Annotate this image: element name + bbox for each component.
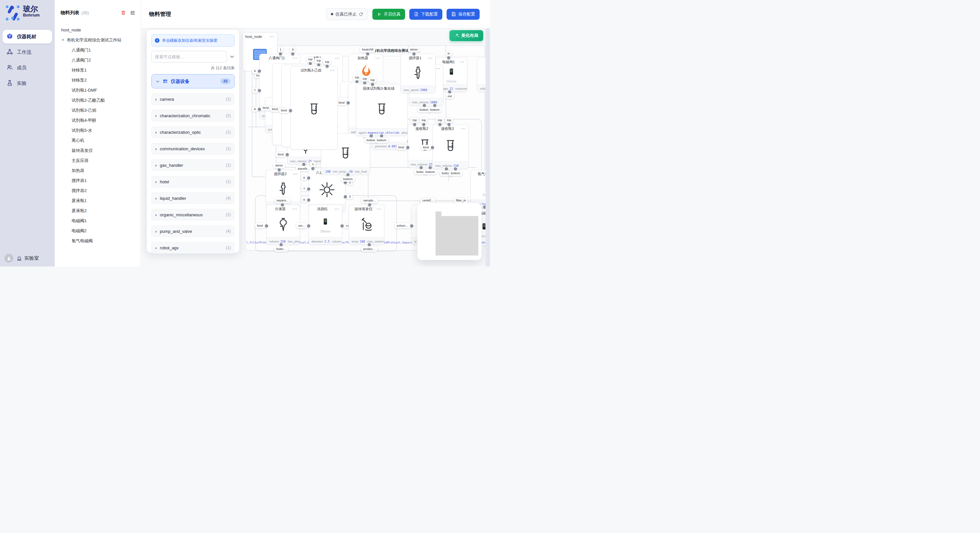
node-port-in[interactable]: in› [445,51,452,60]
tree-item[interactable]: 试剂瓶2-乙酸乙酯 [55,95,141,105]
node-menu-icon[interactable]: ••• [293,172,298,176]
collapse-panel-icon[interactable] [130,10,135,16]
canvas-node-solid-bottle-3[interactable]: 固体试剂瓶3-氯化镁•••agent: magnesium_chlorideph… [356,84,408,136]
tree-item[interactable]: 离心机 [55,135,141,145]
start-simulation-button[interactable]: 开启仿真 [372,9,405,20]
tree-item[interactable]: 八通阀门1 [55,45,141,55]
node-port-bottom[interactable]: ›bottom [341,173,355,182]
node-port-top[interactable]: top› [323,59,331,68]
node-port-top[interactable]: top› [306,57,314,65]
node-port-8[interactable]: 8› [252,106,261,112]
tree-item-root[interactable]: host_node [55,25,141,35]
tree-item[interactable]: 电磁阀1 [55,216,141,226]
node-menu-icon[interactable]: ••• [377,207,382,211]
sidebar-item-workflow[interactable]: 工作流 [3,45,52,59]
sidebar-item-members[interactable]: 成员 [3,61,52,75]
tree-item[interactable]: 试剂瓶1-DMF [55,85,141,95]
node-port-bottom[interactable]: ›bottom [449,167,462,176]
simulation-status-pill[interactable]: 仿真已停止 [326,8,368,20]
palette-category-robot_agv[interactable]: ›robot_agv(1) [151,242,235,254]
node-port-bottom[interactable]: ›bottom [428,104,441,113]
node-port-bottom[interactable]: ›bottom [375,134,388,143]
node-port-bind[interactable]: bind› [279,108,292,113]
palette-category-characterization_optic[interactable]: ›characterization_optic(1) [151,126,235,138]
node-port-produc[interactable]: ›produc... [361,243,377,252]
node-port-separa[interactable]: separa...› [275,198,290,206]
tree-item[interactable]: 真空泵 [55,246,141,248]
refresh-icon[interactable] [359,12,363,16]
node-menu-icon[interactable]: ••• [460,60,465,64]
template-search-input[interactable] [151,51,227,62]
palette-category-gas_handler[interactable]: ›gas_handler(1) [151,159,235,171]
palette-category-hotel[interactable]: ›hotel(1) [151,176,235,187]
node-port-top[interactable]: top› [420,117,428,126]
tree-item[interactable]: 试剂瓶5-水 [55,125,141,135]
node-port-top[interactable]: top› [361,76,369,85]
sidebar-item-experiment[interactable]: 实验 [3,76,52,90]
tree-item[interactable]: 旋转蒸发仪 [55,145,141,155]
node-port-3[interactable]: ›3 [344,194,353,199]
node-menu-icon[interactable]: ••• [436,67,441,70]
palette-category-characterization_chromatic[interactable]: ›characterization_chromatic(2) [151,110,235,121]
node-menu-icon[interactable]: ••• [292,56,297,60]
tree-item[interactable]: 八通阀门2 [55,55,141,65]
canvas-node-receive-bottle-3[interactable]: 接收瓶3•••max_volume: 250top›top›bind››bott… [432,124,469,169]
node-port-stirrer[interactable]: stirrer› [273,163,285,171]
delete-icon[interactable] [121,10,126,16]
palette-category-organic_miscellaneous[interactable]: ›organic_miscellaneous(2) [151,209,235,220]
sidebar-item-cube[interactable]: 仪器耗材 [3,30,52,43]
node-port-out[interactable]: ›out [445,90,454,99]
palette-group-instruments[interactable]: 仪器设备 49 [151,74,235,89]
node-port-bind[interactable]: bind› [396,145,410,150]
node-port-8[interactable]: 8› [301,197,310,202]
node-port-top[interactable]: top› [410,117,419,126]
canvas-node-stirrer-1[interactable]: 搅拌器1•••max_speed: 2000stirrer› [401,54,436,93]
canvas-node-reagent-bottle-3[interactable]: 试剂瓶3-己烷•••top›bind› [290,66,338,150]
node-port-botto[interactable]: ›botto... [275,243,288,252]
tree-item[interactable]: 转移泵1 [55,65,141,75]
node-menu-icon[interactable]: ••• [335,56,340,60]
node-port-8[interactable]: 8› [290,47,296,56]
node-port-6[interactable]: 6› [301,175,310,180]
tree-item[interactable]: 加热器 [55,165,141,176]
node-menu-icon[interactable]: ••• [428,56,433,60]
tree-item[interactable]: 搅拌器2 [55,186,141,195]
node-port-bind[interactable]: bind› [276,152,289,157]
tree-item[interactable]: 搅拌器1 [55,176,141,186]
palette-category-pump_and_valve[interactable]: ›pump_and_valve(4) [151,225,235,237]
palette-category-camera[interactable]: ›camera(1) [151,93,235,105]
canvas-node-elution-column[interactable]: 洗脱柱•••Devicediameter: 2.5column_type: si… [309,205,342,245]
node-port-stirrer[interactable]: stirrer› [408,47,420,56]
node-port-1[interactable]: 1› [278,47,283,56]
node-port-top[interactable]: top› [369,78,377,86]
node-port-solven[interactable]: solven...› [395,223,414,228]
user-avatar[interactable] [5,254,13,263]
node-menu-icon[interactable]: ••• [375,56,380,60]
tree-item[interactable]: 转移泵2 [55,75,141,85]
canvas-node-separator[interactable]: 分液器•••volume: 250has_phases: truesepara.… [266,205,300,245]
palette-category-communication_devices[interactable]: ›communication_devices(1) [151,143,235,154]
canvas-vertical-scrollbar[interactable] [485,28,490,266]
preview-popup[interactable] [417,203,482,260]
node-port-7[interactable]: 7› [301,186,310,191]
tree-item[interactable]: 试剂瓶3-己烷 [55,105,141,115]
node-port-heatchill[interactable]: heatchill› [360,47,375,56]
node-port-sample[interactable]: sample...› [361,198,378,206]
node-menu-icon[interactable]: ••• [292,207,297,211]
node-port-top[interactable]: top› [445,117,453,126]
node-port-top[interactable]: top› [353,75,361,84]
node-menu-icon[interactable]: ••• [334,207,339,211]
tree-item[interactable]: 氢气电磁阀 [55,236,141,246]
tree-item[interactable]: 主反应器 [55,155,141,165]
tree-item[interactable]: 电磁阀2 [55,226,141,236]
node-port-bind[interactable]: bind› [255,223,268,228]
node-port-top[interactable]: top› [315,58,323,67]
lab-entry[interactable]: 实验室 [16,255,39,261]
node-port-6[interactable]: 6› [252,68,261,73]
node-port-um[interactable]: um...› [296,223,310,228]
save-config-button[interactable]: 保存配置 [447,9,480,20]
palette-category-liquid_handler[interactable]: ›liquid_handler(4) [151,192,235,204]
chevron-down-icon[interactable] [229,54,235,59]
node-port-bind[interactable]: bind› [337,100,350,105]
node-port-bind[interactable]: bind› [421,145,434,150]
